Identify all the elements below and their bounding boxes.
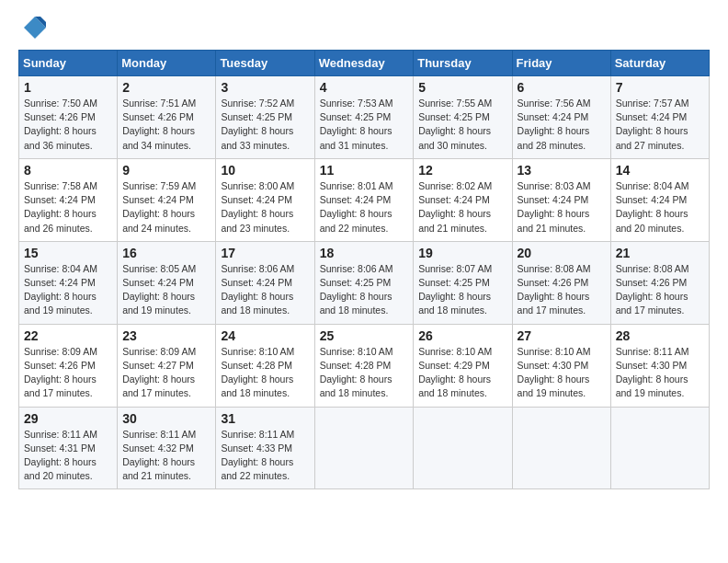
day-number: 23 xyxy=(122,328,210,343)
day-info: Sunrise: 7:51 AMSunset: 4:26 PMDaylight:… xyxy=(122,97,210,153)
day-info: Sunrise: 8:08 AMSunset: 4:26 PMDaylight:… xyxy=(518,262,606,318)
logo xyxy=(18,15,48,40)
day-number: 18 xyxy=(320,246,409,260)
calendar-cell: 29Sunrise: 8:11 AMSunset: 4:31 PMDayligh… xyxy=(19,407,118,489)
header xyxy=(18,15,710,40)
day-number: 26 xyxy=(418,328,506,343)
calendar-cell: 16Sunrise: 8:05 AMSunset: 4:24 PMDayligh… xyxy=(118,241,216,324)
day-number: 9 xyxy=(122,163,210,178)
calendar-week-3: 15Sunrise: 8:04 AMSunset: 4:24 PMDayligh… xyxy=(19,241,710,324)
day-info: Sunrise: 8:11 AMSunset: 4:30 PMDaylight:… xyxy=(616,345,704,401)
header-day-friday: Friday xyxy=(512,51,610,76)
day-info: Sunrise: 8:11 AMSunset: 4:32 PMDaylight:… xyxy=(122,428,210,484)
calendar-cell: 14Sunrise: 8:04 AMSunset: 4:24 PMDayligh… xyxy=(610,158,709,241)
calendar-cell: 13Sunrise: 8:03 AMSunset: 4:24 PMDayligh… xyxy=(512,158,610,241)
calendar-week-5: 29Sunrise: 8:11 AMSunset: 4:31 PMDayligh… xyxy=(19,407,710,489)
day-info: Sunrise: 7:58 AMSunset: 4:24 PMDaylight:… xyxy=(24,179,112,236)
calendar-cell: 3Sunrise: 7:52 AMSunset: 4:25 PMDaylight… xyxy=(216,76,314,159)
calendar-cell: 17Sunrise: 8:06 AMSunset: 4:24 PMDayligh… xyxy=(216,241,314,324)
day-number: 11 xyxy=(320,163,409,178)
calendar-cell: 9Sunrise: 7:59 AMSunset: 4:24 PMDaylight… xyxy=(118,158,216,241)
day-number: 6 xyxy=(518,80,606,95)
calendar-cell: 27Sunrise: 8:10 AMSunset: 4:30 PMDayligh… xyxy=(512,324,610,407)
day-number: 2 xyxy=(122,80,210,95)
calendar-cell: 6Sunrise: 7:56 AMSunset: 4:24 PMDaylight… xyxy=(512,76,610,159)
day-info: Sunrise: 8:10 AMSunset: 4:28 PMDaylight:… xyxy=(221,345,309,401)
day-info: Sunrise: 8:10 AMSunset: 4:28 PMDaylight:… xyxy=(320,345,409,401)
calendar-cell: 21Sunrise: 8:08 AMSunset: 4:26 PMDayligh… xyxy=(610,241,709,324)
day-number: 29 xyxy=(24,411,112,426)
day-info: Sunrise: 8:05 AMSunset: 4:24 PMDaylight:… xyxy=(122,262,210,318)
calendar-cell: 20Sunrise: 8:08 AMSunset: 4:26 PMDayligh… xyxy=(512,241,610,324)
day-info: Sunrise: 8:11 AMSunset: 4:31 PMDaylight:… xyxy=(24,428,112,484)
calendar-week-1: 1Sunrise: 7:50 AMSunset: 4:26 PMDaylight… xyxy=(19,76,710,159)
day-number: 30 xyxy=(122,411,210,426)
logo-icon xyxy=(22,15,48,40)
day-info: Sunrise: 8:03 AMSunset: 4:24 PMDaylight:… xyxy=(518,179,606,236)
day-info: Sunrise: 8:04 AMSunset: 4:24 PMDaylight:… xyxy=(616,179,704,236)
calendar-header: SundayMondayTuesdayWednesdayThursdayFrid… xyxy=(19,51,710,76)
day-info: Sunrise: 8:11 AMSunset: 4:33 PMDaylight:… xyxy=(221,428,309,484)
day-number: 13 xyxy=(518,163,606,178)
day-info: Sunrise: 8:06 AMSunset: 4:24 PMDaylight:… xyxy=(221,262,309,318)
day-info: Sunrise: 8:04 AMSunset: 4:24 PMDaylight:… xyxy=(24,262,112,318)
calendar-cell: 26Sunrise: 8:10 AMSunset: 4:29 PMDayligh… xyxy=(414,324,512,407)
header-row: SundayMondayTuesdayWednesdayThursdayFrid… xyxy=(19,51,710,76)
calendar-week-4: 22Sunrise: 8:09 AMSunset: 4:26 PMDayligh… xyxy=(19,324,710,407)
day-number: 8 xyxy=(24,163,112,178)
day-number: 20 xyxy=(518,246,606,260)
day-number: 14 xyxy=(616,163,704,178)
day-number: 4 xyxy=(320,80,409,95)
calendar-cell: 4Sunrise: 7:53 AMSunset: 4:25 PMDaylight… xyxy=(314,76,414,159)
day-number: 27 xyxy=(518,328,606,343)
day-info: Sunrise: 8:06 AMSunset: 4:25 PMDaylight:… xyxy=(320,262,409,318)
calendar-week-2: 8Sunrise: 7:58 AMSunset: 4:24 PMDaylight… xyxy=(19,158,710,241)
day-number: 3 xyxy=(221,80,309,95)
header-day-saturday: Saturday xyxy=(610,51,709,76)
day-number: 31 xyxy=(221,411,309,426)
calendar-cell: 22Sunrise: 8:09 AMSunset: 4:26 PMDayligh… xyxy=(19,324,118,407)
day-number: 17 xyxy=(221,246,309,260)
day-info: Sunrise: 7:59 AMSunset: 4:24 PMDaylight:… xyxy=(122,179,210,236)
day-number: 5 xyxy=(418,80,506,95)
day-number: 19 xyxy=(418,246,506,260)
day-number: 10 xyxy=(221,163,309,178)
calendar-cell: 28Sunrise: 8:11 AMSunset: 4:30 PMDayligh… xyxy=(610,324,709,407)
day-info: Sunrise: 8:09 AMSunset: 4:26 PMDaylight:… xyxy=(24,345,112,401)
calendar-cell: 2Sunrise: 7:51 AMSunset: 4:26 PMDaylight… xyxy=(118,76,216,159)
calendar-cell: 15Sunrise: 8:04 AMSunset: 4:24 PMDayligh… xyxy=(19,241,118,324)
calendar-cell: 11Sunrise: 8:01 AMSunset: 4:24 PMDayligh… xyxy=(314,158,414,241)
day-info: Sunrise: 7:53 AMSunset: 4:25 PMDaylight:… xyxy=(320,97,409,153)
day-number: 16 xyxy=(122,246,210,260)
calendar-cell: 23Sunrise: 8:09 AMSunset: 4:27 PMDayligh… xyxy=(118,324,216,407)
calendar-cell: 10Sunrise: 8:00 AMSunset: 4:24 PMDayligh… xyxy=(216,158,314,241)
day-info: Sunrise: 8:02 AMSunset: 4:24 PMDaylight:… xyxy=(418,179,506,236)
day-number: 12 xyxy=(418,163,506,178)
calendar-cell: 24Sunrise: 8:10 AMSunset: 4:28 PMDayligh… xyxy=(216,324,314,407)
calendar-cell xyxy=(314,407,414,489)
calendar-cell: 31Sunrise: 8:11 AMSunset: 4:33 PMDayligh… xyxy=(216,407,314,489)
calendar-table: SundayMondayTuesdayWednesdayThursdayFrid… xyxy=(18,50,710,489)
day-number: 1 xyxy=(24,80,112,95)
day-number: 15 xyxy=(24,246,112,260)
calendar-cell xyxy=(512,407,610,489)
calendar-body: 1Sunrise: 7:50 AMSunset: 4:26 PMDaylight… xyxy=(19,76,710,489)
calendar-cell: 30Sunrise: 8:11 AMSunset: 4:32 PMDayligh… xyxy=(118,407,216,489)
day-info: Sunrise: 7:56 AMSunset: 4:24 PMDaylight:… xyxy=(518,97,606,153)
header-day-tuesday: Tuesday xyxy=(216,51,314,76)
header-day-sunday: Sunday xyxy=(19,51,118,76)
calendar-cell: 1Sunrise: 7:50 AMSunset: 4:26 PMDaylight… xyxy=(19,76,118,159)
day-info: Sunrise: 8:10 AMSunset: 4:30 PMDaylight:… xyxy=(518,345,606,401)
day-info: Sunrise: 7:57 AMSunset: 4:24 PMDaylight:… xyxy=(616,97,704,153)
header-day-wednesday: Wednesday xyxy=(314,51,414,76)
day-info: Sunrise: 8:00 AMSunset: 4:24 PMDaylight:… xyxy=(221,179,309,236)
day-number: 21 xyxy=(616,246,704,260)
day-number: 24 xyxy=(221,328,309,343)
calendar-cell: 25Sunrise: 8:10 AMSunset: 4:28 PMDayligh… xyxy=(314,324,414,407)
calendar-cell: 7Sunrise: 7:57 AMSunset: 4:24 PMDaylight… xyxy=(610,76,709,159)
day-info: Sunrise: 7:55 AMSunset: 4:25 PMDaylight:… xyxy=(418,97,506,153)
header-day-thursday: Thursday xyxy=(414,51,512,76)
calendar-cell: 18Sunrise: 8:06 AMSunset: 4:25 PMDayligh… xyxy=(314,241,414,324)
day-number: 7 xyxy=(616,80,704,95)
day-info: Sunrise: 8:09 AMSunset: 4:27 PMDaylight:… xyxy=(122,345,210,401)
